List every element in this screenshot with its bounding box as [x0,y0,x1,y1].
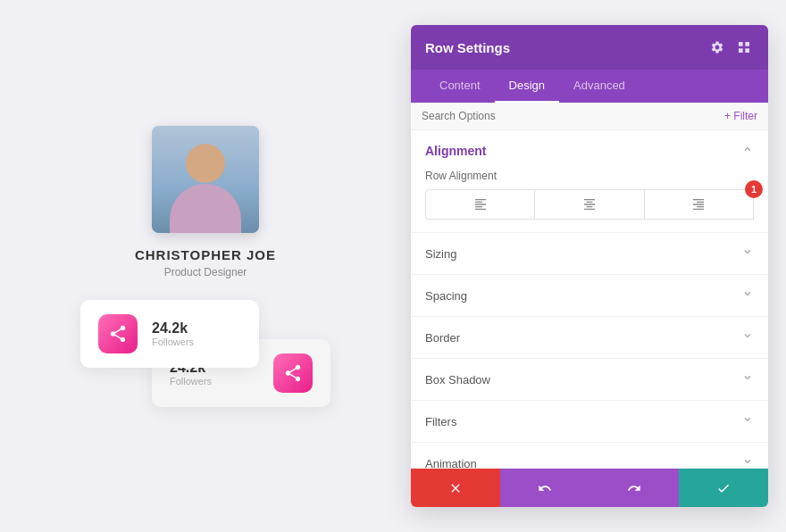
section-sizing[interactable]: Sizing [411,233,768,275]
tab-advanced[interactable]: Advanced [559,70,640,103]
stat-info-top: 24.2k Followers [152,320,194,347]
chevron-down-spacing [741,287,754,303]
panel-content: Alignment Row Alignment [411,130,768,468]
followers-icon-top [98,314,138,353]
section-spacing[interactable]: Spacing [411,275,768,317]
save-button[interactable] [679,469,768,507]
border-label: Border [425,331,460,345]
person-body [170,184,241,233]
align-right-btn[interactable] [645,189,754,220]
cancel-icon [448,481,463,495]
chevron-icon-down-3 [741,329,754,342]
cancel-button[interactable] [411,469,500,507]
alignment-label: Alignment [425,144,486,158]
animation-label: Animation [425,457,477,469]
stat-label-bottom: Followers [170,376,212,387]
section-box-shadow[interactable]: Box Shadow [411,359,768,401]
settings-icon-btn[interactable] [707,37,727,57]
row-alignment-label: Row Alignment [425,170,754,182]
settings-panel: Row Settings Content Design Advanced + F… [411,25,768,507]
box-shadow-label: Box Shadow [425,373,490,387]
search-bar: + Filter [411,103,768,130]
tab-design[interactable]: Design [495,70,559,103]
save-icon [716,481,731,495]
layout-icon-btn[interactable] [734,37,754,57]
chevron-icon-down-5 [741,413,754,426]
share-icon [108,324,128,344]
person-head [186,144,225,183]
undo-button[interactable] [500,469,590,507]
chevron-down-box-shadow [741,371,754,387]
search-input[interactable] [422,110,690,122]
panel-tabs: Content Design Advanced [411,70,768,103]
share-icon-2 [283,363,303,383]
filter-button[interactable]: + Filter [724,110,757,122]
filters-label: Filters [425,415,456,428]
align-left-icon [473,197,488,212]
left-profile-panel: CHRISTOPHER JOE Product Designer 24.2k F… [0,0,411,532]
settings-icon [710,40,724,54]
alignment-header[interactable]: Alignment [425,143,754,159]
stat-card-top: 24.2k Followers [80,300,259,368]
panel-title: Row Settings [425,40,510,55]
profile-photo-bg [152,126,259,233]
chevron-icon-down-6 [741,455,754,468]
chevron-down-border [741,329,754,345]
redo-button[interactable] [590,469,679,507]
chevron-icon-down [741,245,754,258]
stats-container: 24.2k Followers 24.2k Followers [80,300,330,407]
align-center-btn[interactable] [535,189,644,220]
chevron-icon-up [741,143,754,155]
profile-name: CHRISTOPHER JOE [135,247,276,262]
section-alignment: Alignment Row Alignment [411,130,768,233]
layout-icon [737,40,751,54]
section-filters[interactable]: Filters [411,401,768,443]
chevron-down-sizing [741,245,754,262]
stat-label-top: Followers [152,337,194,347]
panel-footer [411,468,768,507]
profile-photo [152,126,259,233]
align-left-btn[interactable] [425,189,535,220]
align-center-icon [582,197,597,212]
panel-header: Row Settings [411,25,768,70]
spacing-label: Spacing [425,289,467,303]
redo-icon [627,481,641,495]
chevron-icon-down-2 [741,287,754,300]
chevron-icon-down-4 [741,371,754,384]
chevron-up-icon [741,143,754,159]
profile-title: Product Designer [164,266,247,278]
tab-content[interactable]: Content [425,70,495,103]
followers-icon-bottom [273,353,313,393]
stat-number-top: 24.2k [152,320,194,337]
chevron-down-animation [741,455,754,468]
section-border[interactable]: Border [411,317,768,359]
badge-indicator: 1 [745,180,763,198]
panel-header-icons [707,37,754,57]
align-right-icon [691,197,706,212]
section-animation[interactable]: Animation [411,443,768,468]
chevron-down-filters [741,413,754,429]
sizing-label: Sizing [425,247,456,261]
undo-icon [538,481,552,495]
alignment-buttons: 1 [425,189,754,220]
